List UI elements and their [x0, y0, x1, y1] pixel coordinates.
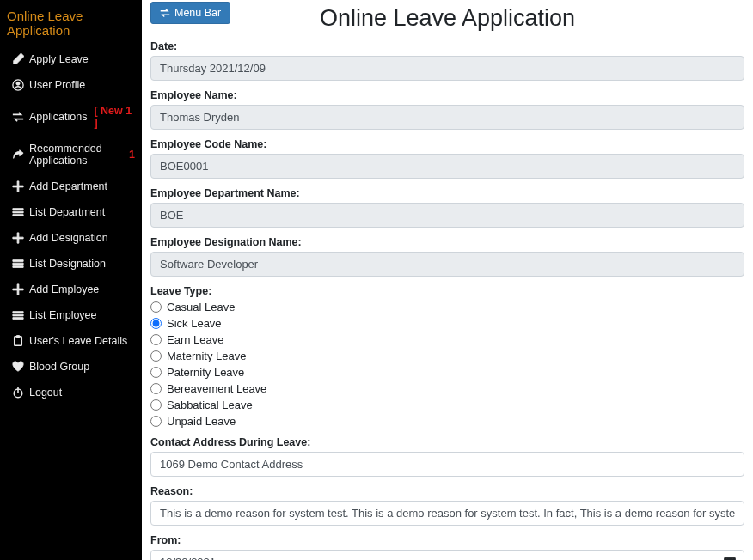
sidebar-item-applications[interactable]: Applications [ New 1 ] [0, 98, 142, 136]
sidebar-item-list-department[interactable]: List Department [0, 199, 142, 225]
page-title: Online Leave Application [150, 5, 744, 32]
sidebar-item-label: List Employee [29, 309, 97, 321]
leave-type-option[interactable]: Casual Leave [150, 301, 744, 313]
sidebar-item-add-employee[interactable]: Add Employee [0, 277, 142, 302]
sidebar-item-label: Add Designation [29, 232, 108, 244]
menu-bar-button[interactable]: Menu Bar [150, 2, 230, 24]
reason-input[interactable] [150, 501, 744, 526]
pencil-icon [12, 53, 24, 65]
sidebar-item-label: List Department [29, 206, 105, 218]
svg-rect-3 [16, 335, 20, 338]
contact-label: Contact Address During Leave: [150, 436, 744, 448]
leave-type-option-label: Sick Leave [167, 317, 222, 330]
emp-dept-label: Employee Department Name: [150, 187, 744, 199]
leave-type-option-label: Paternity Leave [167, 366, 244, 379]
sidebar-item-label: Add Employee [29, 283, 99, 295]
menu-button-label: Menu Bar [174, 7, 221, 19]
leave-type-option[interactable]: Maternity Leave [150, 350, 744, 362]
count-badge: 1 [129, 149, 135, 161]
sidebar-item-logout[interactable]: Logout [0, 380, 142, 405]
brand-title: Online Leave Application [0, 0, 142, 46]
leave-type-option-label: Earn Leave [167, 333, 224, 346]
emp-name-input [150, 105, 744, 130]
leave-type-option[interactable]: Sabbatical Leave [150, 399, 744, 411]
plus-icon [12, 283, 24, 295]
leave-type-radio-group: Casual LeaveSick LeaveEarn LeaveMaternit… [150, 301, 744, 428]
emp-desig-input [150, 252, 744, 277]
sidebar-item-label: List Designation [29, 258, 106, 270]
heart-icon [12, 361, 24, 373]
emp-desig-label: Employee Designation Name: [150, 236, 744, 248]
sidebar-item-label: Apply Leave [29, 53, 89, 65]
emp-code-input [150, 154, 744, 179]
sidebar-item-recommended[interactable]: Recommended Applications 1 [0, 136, 142, 173]
sidebar-item-label: Recommended Applications [29, 143, 126, 167]
sidebar-item-label: User's Leave Details [29, 335, 127, 347]
leave-type-option[interactable]: Unpaid Leave [150, 415, 744, 428]
sidebar-item-add-department[interactable]: Add Department [0, 173, 142, 199]
leave-type-radio[interactable] [150, 334, 162, 345]
sidebar-item-apply-leave[interactable]: Apply Leave [0, 46, 142, 72]
emp-code-label: Employee Code Name: [150, 138, 744, 150]
leave-type-radio[interactable] [150, 318, 162, 329]
leave-type-option-label: Casual Leave [167, 301, 236, 313]
new-badge: [ New 1 ] [94, 105, 135, 129]
leave-type-option-label: Bereavement Leave [167, 382, 266, 395]
sidebar-item-label: Add Department [29, 180, 107, 192]
from-label: From: [150, 534, 744, 546]
sidebar-item-leave-details[interactable]: User's Leave Details [0, 328, 142, 354]
user-icon [12, 79, 24, 91]
list-icon [12, 206, 24, 218]
date-label: Date: [150, 40, 744, 52]
emp-name-label: Employee Name: [150, 89, 744, 101]
sidebar-nav: Apply Leave User Profile Applications [ … [0, 46, 142, 405]
list-icon [12, 309, 24, 321]
clipboard-icon [12, 335, 24, 347]
swap-icon [160, 8, 170, 18]
main-content: Menu Bar Online Leave Application Date: … [142, 0, 753, 560]
leave-type-radio[interactable] [150, 301, 162, 313]
leave-type-radio[interactable] [150, 367, 162, 378]
emp-dept-input [150, 203, 744, 228]
power-icon [12, 387, 24, 399]
leave-type-radio[interactable] [150, 416, 162, 427]
leave-type-option-label: Maternity Leave [167, 350, 247, 362]
sidebar-item-label: User Profile [29, 79, 85, 91]
sidebar-item-add-designation[interactable]: Add Designation [0, 225, 142, 251]
date-input [150, 56, 744, 81]
leave-type-option-label: Sabbatical Leave [167, 399, 253, 411]
leave-type-radio[interactable] [150, 350, 162, 362]
plus-icon [12, 232, 24, 244]
contact-input[interactable] [150, 452, 744, 477]
leave-type-option[interactable]: Paternity Leave [150, 366, 744, 379]
leave-type-option[interactable]: Bereavement Leave [150, 382, 744, 395]
leave-type-option[interactable]: Sick Leave [150, 317, 744, 330]
svg-point-1 [16, 82, 20, 85]
reason-label: Reason: [150, 485, 744, 497]
sidebar: Online Leave Application Apply Leave Use… [0, 0, 142, 560]
sidebar-item-label: Logout [29, 387, 62, 399]
list-icon [12, 258, 24, 270]
plus-icon [12, 180, 24, 192]
leave-type-option-label: Unpaid Leave [167, 415, 236, 428]
leave-type-option[interactable]: Earn Leave [150, 333, 744, 346]
sidebar-item-user-profile[interactable]: User Profile [0, 72, 142, 98]
sidebar-item-label: Blood Group [29, 361, 89, 373]
from-date-input[interactable] [150, 550, 744, 560]
leave-type-radio[interactable] [150, 383, 162, 394]
sidebar-item-list-designation[interactable]: List Designation [0, 251, 142, 277]
leave-type-radio[interactable] [150, 399, 162, 411]
sidebar-item-list-employee[interactable]: List Employee [0, 302, 142, 328]
sidebar-item-label: Applications [29, 111, 87, 123]
exchange-icon [12, 111, 24, 123]
share-icon [12, 149, 24, 161]
leave-type-label: Leave Type: [150, 285, 744, 297]
sidebar-item-blood-group[interactable]: Blood Group [0, 354, 142, 380]
